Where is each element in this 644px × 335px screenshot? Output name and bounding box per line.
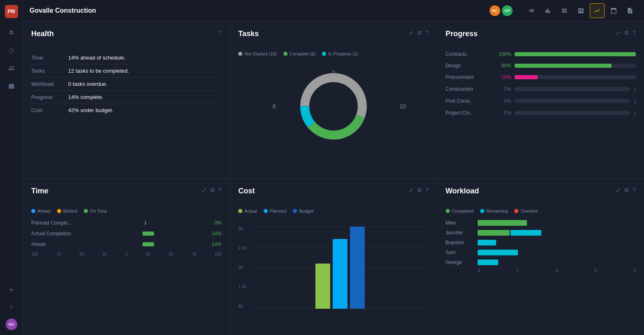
legend-remaining: Remaining (480, 209, 508, 213)
legend-not-started: Not Started (10) (238, 51, 276, 56)
time-settings-icon[interactable]: ⚙ (210, 187, 215, 193)
legend-in-progress: In Progress (2) (322, 51, 358, 56)
time-help-icon[interactable]: ? (218, 187, 222, 193)
progress-row-post-const: Post Const... 0% | (446, 98, 636, 104)
legend-behind: Behind (57, 209, 77, 213)
health-header: Health ? (31, 30, 221, 45)
time-expand-icon[interactable]: ⤢ (202, 187, 207, 193)
workload-bars-mike (478, 220, 636, 226)
topbar: Govalle Construction RC GP (23, 0, 644, 21)
actual-dot (238, 209, 242, 213)
donut-chart: 2 6 10 (238, 61, 428, 151)
behind-label: Behind (63, 209, 77, 213)
time-label-planned: Planned Comple... (31, 220, 85, 226)
not-started-label: Not Started (10) (244, 51, 276, 56)
workload-expand-icon[interactable]: ⤢ (616, 187, 621, 193)
time-label-actual: Actual Completion (31, 231, 85, 236)
axis-0: 0 (125, 252, 128, 257)
workload-settings-icon[interactable]: ⚙ (624, 187, 629, 193)
calendar-view-button[interactable] (606, 3, 621, 18)
legend-budget: Budget (293, 209, 313, 213)
tasks-settings-icon[interactable]: ⚙ (417, 30, 422, 36)
in-progress-label: In Progress (2) (328, 51, 358, 56)
cost-settings-icon[interactable]: ⚙ (417, 187, 422, 193)
progress-pct-construction: 0% (494, 86, 511, 92)
tasks-help-icon[interactable]: ? (426, 30, 429, 36)
jennifer-remaining-bar (511, 230, 541, 236)
cost-expand-icon[interactable]: ⤢ (409, 187, 414, 193)
time-x-axis: 100 75 50 25 0 25 50 75 100 (31, 252, 221, 257)
axis-25-right: 25 (146, 252, 150, 257)
progress-expand-icon[interactable]: ⤢ (616, 30, 621, 36)
time-pct-planned: 0% (206, 220, 221, 226)
health-label-progress: Progress (31, 91, 68, 104)
doc-view-button[interactable] (623, 3, 637, 18)
workload-x-axis: 0 2 4 6 8 (446, 268, 636, 273)
workload-row-george: George (446, 259, 636, 265)
avatar-rc[interactable]: RC (490, 5, 500, 16)
add-project-button[interactable]: + (4, 282, 19, 297)
sidebar-bottom: + ? GU (4, 282, 19, 330)
sidebar-item-home[interactable]: ⌂ (4, 25, 19, 39)
cost-legend: Actual Planned Budget (238, 209, 428, 213)
time-panel-icons: ⤢ ⚙ ? (202, 187, 222, 193)
time-bar-planned (88, 221, 202, 225)
tasks-expand-icon[interactable]: ⤢ (409, 30, 414, 36)
user-avatar[interactable]: GU (6, 319, 17, 330)
workload-name-jennifer: Jennifer (446, 230, 474, 236)
wl-axis-2: 2 (517, 268, 519, 273)
time-bar-ahead (88, 242, 202, 246)
time-row-planned: Planned Comple... 0% (31, 220, 221, 226)
progress-row-procurement: Procurement 19% (446, 74, 636, 80)
time-rows: Planned Comple... 0% Actual Completion 1… (31, 220, 221, 247)
list-view-button[interactable] (524, 3, 539, 18)
progress-label-contracts: Contracts (446, 51, 491, 57)
workload-bars-jennifer (478, 230, 636, 236)
health-help-icon[interactable]: ? (218, 30, 222, 36)
axis-100-left: 100 (31, 252, 38, 257)
health-value-progress: 14% complete. (68, 91, 221, 104)
progress-help-icon[interactable]: ? (632, 30, 636, 36)
y-0: $0 (238, 304, 247, 309)
wl-axis-6: 6 (594, 268, 597, 273)
sidebar-item-clock[interactable]: ◷ (4, 43, 19, 57)
app-logo[interactable]: PM (5, 5, 18, 18)
sidebar-item-portfolio[interactable] (4, 79, 19, 94)
time-row-ahead: Ahead 14% (31, 241, 221, 247)
workload-help-icon[interactable]: ? (632, 187, 636, 193)
progress-row-contracts: Contracts 100% (446, 51, 636, 57)
behind-dot (57, 209, 61, 213)
workload-title: Workload (446, 187, 479, 195)
workload-row-mike: Mike (446, 220, 636, 226)
cost-help-icon[interactable]: ? (426, 187, 429, 193)
progress-settings-icon[interactable]: ⚙ (624, 30, 629, 36)
help-button[interactable]: ? (4, 301, 19, 315)
health-row-progress: Progress 14% complete. (31, 91, 221, 104)
health-row-cost: Cost 42% under budget. (31, 104, 221, 117)
axis-100-right: 100 (215, 252, 222, 257)
workload-bars-sam (478, 250, 636, 255)
tasks-header: Tasks ⤢ ⚙ ? (238, 30, 428, 45)
progress-pct-contracts: 100% (494, 51, 511, 57)
sidebar-item-people[interactable] (4, 61, 19, 76)
page-title: Govalle Construction (30, 7, 485, 14)
progress-header: Progress ⤢ ⚙ ? (446, 30, 636, 45)
progress-bar-procurement (515, 75, 636, 79)
progress-label-procurement: Procurement (446, 74, 491, 80)
bar-view-button[interactable] (540, 3, 555, 18)
progress-fill-contracts (515, 52, 636, 56)
sam-remaining-bar (478, 250, 518, 255)
toolbar-tools (524, 3, 637, 18)
time-row-actual: Actual Completion 14% (31, 231, 221, 236)
cost-bar-group (315, 227, 365, 309)
progress-bar-construction (515, 87, 630, 91)
workload-panel: Workload ⤢ ⚙ ? Completed Remaining (437, 179, 644, 335)
align-view-button[interactable] (557, 3, 572, 18)
avatar-gp[interactable]: GP (502, 5, 513, 16)
time-bar-actual (88, 232, 202, 236)
complete-dot (283, 52, 288, 56)
cost-header: Cost ⤢ ⚙ ? (238, 187, 428, 202)
activity-view-button[interactable] (590, 3, 605, 18)
table-view-button[interactable] (573, 3, 588, 18)
construction-zero-indicator: | (635, 86, 636, 92)
